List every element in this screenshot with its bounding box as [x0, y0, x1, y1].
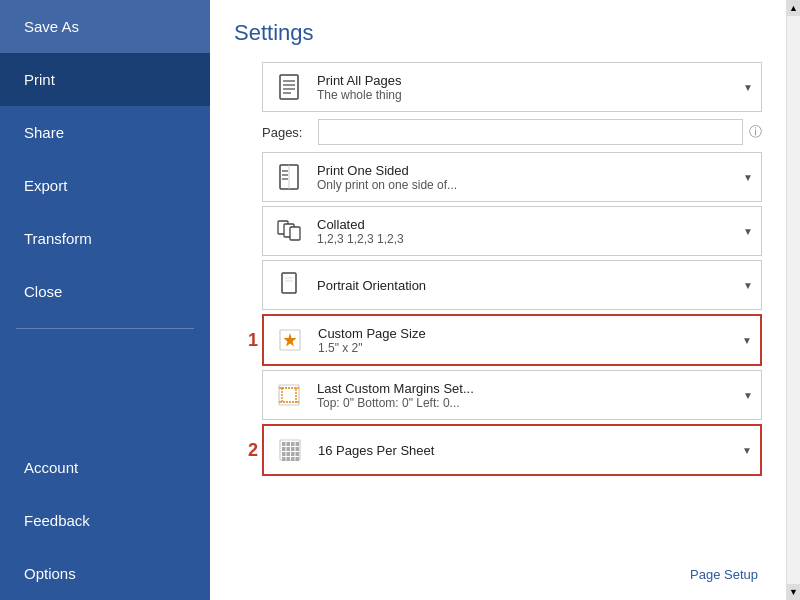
dropdowns-container: Print All Pages The whole thing ▼ Pages:…	[262, 62, 762, 476]
collated-wrapper: Collated 1,2,3 1,2,3 1,2,3 ▼	[262, 206, 762, 256]
svg-rect-37	[282, 457, 286, 461]
svg-rect-30	[287, 447, 291, 451]
sidebar-bottom: Account Feedback Options	[0, 441, 210, 600]
svg-rect-13	[282, 273, 296, 293]
svg-rect-32	[296, 447, 300, 451]
svg-rect-29	[282, 447, 286, 451]
doc-lines-icon	[271, 69, 307, 105]
svg-rect-35	[291, 452, 295, 456]
sidebar-item-print[interactable]: Print	[0, 53, 210, 106]
svg-rect-31	[291, 447, 295, 451]
scrollbar-up-button[interactable]: ▲	[787, 0, 801, 16]
sidebar: Save As Print Share Export Transform Clo…	[0, 0, 210, 600]
sidebar-item-options[interactable]: Options	[0, 547, 210, 600]
svg-rect-39	[291, 457, 295, 461]
sidebar-item-transform[interactable]: Transform	[0, 212, 210, 265]
portrait-icon	[271, 267, 307, 303]
print-all-pages-dropdown[interactable]: Print All Pages The whole thing ▼	[262, 62, 762, 112]
print-one-sided-sub: Only print on one side of...	[317, 178, 735, 192]
scrollbar-down-button[interactable]: ▼	[787, 584, 801, 600]
last-custom-margins-text: Last Custom Margins Set... Top: 0" Botto…	[317, 381, 735, 410]
pages-per-sheet-text: 16 Pages Per Sheet	[318, 443, 734, 458]
sidebar-item-save-as[interactable]: Save As	[0, 0, 210, 53]
badge-2: 2	[238, 440, 258, 461]
custom-page-size-main: Custom Page Size	[318, 326, 734, 341]
grid-icon	[272, 432, 308, 468]
svg-rect-0	[280, 75, 298, 99]
custom-page-size-text: Custom Page Size 1.5" x 2"	[318, 326, 734, 355]
pages-info-icon[interactable]: ⓘ	[749, 123, 762, 141]
print-one-sided-text: Print One Sided Only print on one side o…	[317, 163, 735, 192]
sidebar-item-feedback[interactable]: Feedback	[0, 494, 210, 547]
dropdown-arrow-portrait: ▼	[743, 280, 753, 291]
badge-1: 1	[238, 330, 258, 351]
collated-sub: 1,2,3 1,2,3 1,2,3	[317, 232, 735, 246]
sidebar-item-share[interactable]: Share	[0, 106, 210, 159]
svg-rect-28	[296, 442, 300, 446]
collated-icon	[271, 213, 307, 249]
dropdown-arrow-one-sided: ▼	[743, 172, 753, 183]
svg-rect-12	[290, 227, 300, 240]
margins-icon	[271, 377, 307, 413]
dropdown-arrow-custom-page: ▼	[742, 335, 752, 346]
collated-dropdown[interactable]: Collated 1,2,3 1,2,3 1,2,3 ▼	[262, 206, 762, 256]
svg-rect-33	[282, 452, 286, 456]
print-all-pages-text: Print All Pages The whole thing	[317, 73, 735, 102]
custom-page-size-sub: 1.5" x 2"	[318, 341, 734, 355]
svg-rect-36	[296, 452, 300, 456]
last-custom-margins-main: Last Custom Margins Set...	[317, 381, 735, 396]
print-all-pages-sub: The whole thing	[317, 88, 735, 102]
custom-page-size-wrapper: 1 Custom Page Size 1.5" x 2" ▼	[262, 314, 762, 366]
svg-rect-34	[287, 452, 291, 456]
scrollbar-track: ▲ ▼	[786, 0, 800, 600]
dropdown-arrow-margins: ▼	[743, 390, 753, 401]
sidebar-item-close[interactable]: Close	[0, 265, 210, 318]
portrait-main: Portrait Orientation	[317, 278, 735, 293]
doc-sided-icon	[271, 159, 307, 195]
dropdown-arrow-print-all: ▼	[743, 82, 753, 93]
print-one-sided-main: Print One Sided	[317, 163, 735, 178]
print-all-pages-main: Print All Pages	[317, 73, 735, 88]
pages-per-sheet-dropdown[interactable]: 16 Pages Per Sheet ▼	[262, 424, 762, 476]
sidebar-item-account[interactable]: Account	[0, 441, 210, 494]
pages-row: Pages: ⓘ	[262, 116, 762, 148]
portrait-text: Portrait Orientation	[317, 278, 735, 293]
dropdown-arrow-collated: ▼	[743, 226, 753, 237]
pages-input[interactable]	[318, 119, 743, 145]
svg-rect-27	[291, 442, 295, 446]
settings-title: Settings	[234, 20, 762, 46]
last-custom-margins-dropdown[interactable]: Last Custom Margins Set... Top: 0" Botto…	[262, 370, 762, 420]
svg-rect-26	[287, 442, 291, 446]
print-one-sided-dropdown[interactable]: Print One Sided Only print on one side o…	[262, 152, 762, 202]
custom-page-size-dropdown[interactable]: Custom Page Size 1.5" x 2" ▼	[262, 314, 762, 366]
last-custom-margins-wrapper: Last Custom Margins Set... Top: 0" Botto…	[262, 370, 762, 420]
print-all-pages-wrapper: Print All Pages The whole thing ▼	[262, 62, 762, 112]
portrait-wrapper: Portrait Orientation ▼	[262, 260, 762, 310]
pages-label: Pages:	[262, 125, 310, 140]
pages-per-sheet-wrapper: 2	[262, 424, 762, 476]
portrait-dropdown[interactable]: Portrait Orientation ▼	[262, 260, 762, 310]
page-setup-link[interactable]: Page Setup	[690, 567, 758, 582]
last-custom-margins-sub: Top: 0" Bottom: 0" Left: 0...	[317, 396, 735, 410]
svg-rect-38	[287, 457, 291, 461]
star-icon	[272, 322, 308, 358]
sidebar-divider	[16, 328, 194, 329]
sidebar-item-export[interactable]: Export	[0, 159, 210, 212]
collated-main: Collated	[317, 217, 735, 232]
svg-rect-25	[282, 442, 286, 446]
main-content: Settings Print All Pages The whole thing	[210, 0, 786, 600]
svg-rect-40	[296, 457, 300, 461]
print-one-sided-wrapper: Print One Sided Only print on one side o…	[262, 152, 762, 202]
dropdown-arrow-pages-per-sheet: ▼	[742, 445, 752, 456]
pages-per-sheet-main: 16 Pages Per Sheet	[318, 443, 734, 458]
collated-text: Collated 1,2,3 1,2,3 1,2,3	[317, 217, 735, 246]
